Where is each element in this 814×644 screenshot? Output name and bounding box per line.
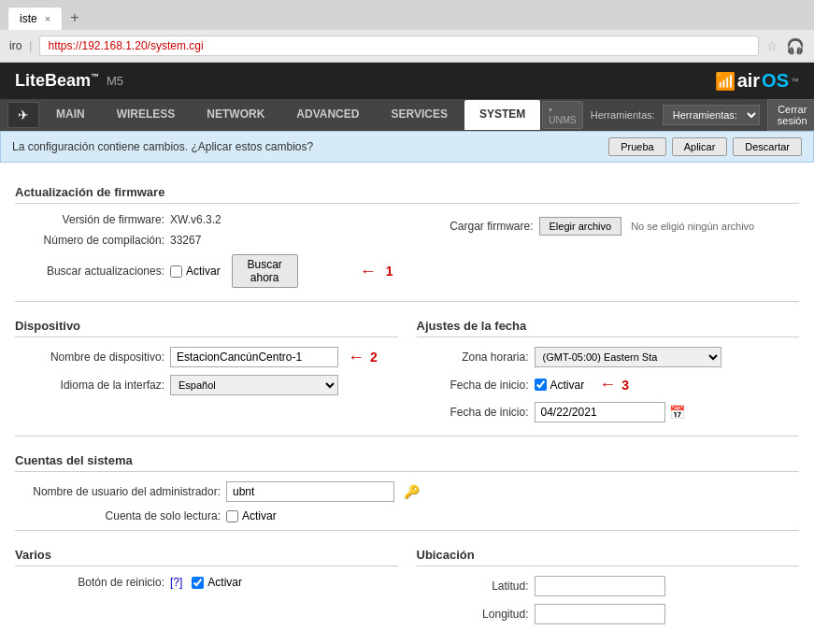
new-tab-button[interactable]: + [63, 6, 86, 30]
firmware-build-value: 33267 [170, 234, 201, 247]
choose-file-button[interactable]: Elegir archivo [539, 217, 622, 236]
misc-section: Varios Botón de reinicio: [?] Activar [15, 530, 417, 632]
check-now-button[interactable]: Buscar ahora [232, 254, 298, 288]
airos-os: OS [762, 70, 789, 92]
device-section: Dispositivo Nombre de dispositivo: ← 2 I… [15, 301, 417, 430]
nav-home-icon[interactable]: ✈ [7, 102, 39, 128]
firmware-version-label: Versión de firmware: [15, 213, 164, 226]
annotation-1: 1 [386, 264, 393, 279]
logo-brand: LiteBeam™ [15, 71, 99, 91]
reset-activate-label: Activar [207, 576, 242, 589]
lon-label: Longitud: [417, 608, 529, 621]
firmware-upload-row: Cargar firmware: Elegir archivo No se el… [421, 217, 755, 236]
annotation-arrow-2: ← [348, 348, 364, 367]
browser-chrome: iste × + iro | ☆ 🎧 [0, 0, 814, 63]
app-header: LiteBeam™ M5 📶 air OS ™ [0, 63, 814, 99]
timezone-select[interactable]: (GMT-05:00) Eastern Sta [535, 347, 721, 367]
readonly-checkbox[interactable] [226, 510, 238, 522]
tools-dropdown[interactable]: Herramientas: [663, 105, 760, 125]
date-input-wrap: 📅 [535, 402, 685, 422]
date-activate-checkbox[interactable] [535, 379, 547, 391]
date-input[interactable] [535, 402, 665, 422]
alert-message: La configuración contiene cambios. ¿Apli… [12, 140, 313, 153]
firmware-check-row: Buscar actualizaciones: Activar Buscar a… [15, 254, 393, 288]
device-lang-label: Idioma de la interfaz: [15, 379, 164, 392]
browser-address-bar: iro | ☆ 🎧 [0, 30, 814, 62]
tab-services[interactable]: SERVICES [376, 100, 462, 130]
reset-help-link[interactable]: [?] [170, 576, 182, 589]
firmware-build-label: Número de compilación: [15, 234, 164, 247]
device-lang-select[interactable]: Español [170, 375, 338, 395]
date-section-header: Ajustes de la fecha [417, 319, 800, 337]
tab-close-icon[interactable]: × [45, 13, 50, 24]
nav-bar: ✈ MAIN WIRELESS NETWORK ADVANCED SERVICE… [0, 99, 814, 131]
tab-system[interactable]: SYSTEM [464, 100, 540, 130]
app-logo: LiteBeam™ M5 [15, 71, 123, 91]
date-activate-label: Activar [550, 379, 585, 392]
device-name-input[interactable] [170, 347, 338, 367]
address-prefix: iro [9, 39, 21, 52]
separator: | [29, 39, 32, 52]
location-section: Ubicación Latitud: Longitud: [417, 530, 800, 632]
firmware-left: Versión de firmware: XW.v6.3.2 Número de… [15, 213, 393, 295]
date-activate-row: Activar [535, 379, 585, 392]
firmware-build-row: Número de compilación: 33267 [15, 234, 393, 247]
annotation-3: 3 [621, 378, 629, 393]
airos-tm: ™ [791, 77, 799, 86]
main-content: Actualización de firmware Versión de fir… [0, 163, 814, 641]
url-input[interactable] [39, 36, 759, 56]
firmware-check-label: Buscar actualizaciones: [15, 265, 164, 278]
tab-wireless[interactable]: WIRELESS [102, 100, 191, 130]
bookmark-icon[interactable]: ☆ [766, 38, 778, 53]
lon-input[interactable] [535, 604, 665, 624]
firmware-check-checkbox[interactable] [170, 265, 182, 278]
admin-user-input[interactable] [226, 481, 394, 502]
discard-button[interactable]: Descartar [733, 137, 802, 156]
key-icon[interactable]: 🔑 [404, 484, 420, 499]
start-date-label2: Fecha de inicio: [417, 406, 529, 419]
reset-activate-row: Activar [192, 576, 242, 589]
date-section: Ajustes de la fecha Zona horaria: (GMT-0… [417, 301, 800, 430]
reset-checkbox[interactable] [192, 577, 204, 589]
firmware-right: Cargar firmware: Elegir archivo No se el… [421, 213, 800, 295]
start-date-activate-row: Fecha de inicio: Activar ← 3 [417, 375, 800, 394]
location-section-header: Ubicación [417, 548, 800, 566]
firmware-upload-label: Cargar firmware: [421, 220, 534, 233]
timezone-row: Zona horaria: (GMT-05:00) Eastern Sta [417, 347, 800, 367]
logout-button[interactable]: Cerrar sesión [767, 99, 814, 131]
lat-label: Latitud: [417, 580, 529, 593]
firmware-section-header: Actualización de firmware [15, 185, 799, 204]
device-section-header: Dispositivo [15, 319, 398, 337]
test-button[interactable]: Prueba [608, 137, 665, 156]
lat-input[interactable] [535, 576, 665, 596]
lat-row: Latitud: [417, 576, 800, 596]
airos-brand: air [737, 70, 760, 92]
device-lang-row: Idioma de la interfaz: Español [15, 375, 398, 395]
tools-label: Herramientas: [591, 109, 655, 121]
wifi-icon: 📶 [715, 71, 735, 92]
device-name-label: Nombre de dispositivo: [15, 351, 164, 364]
headphones-icon[interactable]: 🎧 [786, 37, 805, 55]
misc-location-row: Varios Botón de reinicio: [?] Activar Ub… [15, 530, 799, 632]
tab-advanced[interactable]: ADVANCED [281, 100, 374, 130]
firmware-version-row: Versión de firmware: XW.v6.3.2 [15, 213, 393, 226]
alert-bar: La configuración contiene cambios. ¿Apli… [0, 131, 814, 163]
tab-title: iste [20, 12, 37, 25]
unms-badge: • UNMS [542, 101, 582, 129]
annotation-arrow-3: ← [599, 375, 616, 394]
alert-buttons: Prueba Aplicar Descartar [608, 137, 802, 156]
tab-network[interactable]: NETWORK [192, 100, 279, 130]
airos-logo: 📶 air OS ™ [715, 70, 799, 92]
device-date-row: Dispositivo Nombre de dispositivo: ← 2 I… [15, 301, 799, 430]
calendar-icon[interactable]: 📅 [669, 405, 685, 420]
browser-tab-bar: iste × + [0, 0, 814, 30]
accounts-section: Cuentas del sistema Nombre de usuario de… [15, 436, 799, 522]
lon-row: Longitud: [417, 604, 800, 624]
start-date-label: Fecha de inicio: [417, 379, 529, 392]
admin-user-label: Nombre de usuario del administrador: [15, 485, 221, 498]
readonly-account-row: Cuenta de solo lectura: Activar [15, 509, 799, 522]
tab-main[interactable]: MAIN [41, 100, 100, 130]
logo-model: M5 [107, 74, 123, 88]
apply-button[interactable]: Aplicar [672, 137, 728, 156]
firmware-activate-label: Activar [186, 265, 221, 278]
